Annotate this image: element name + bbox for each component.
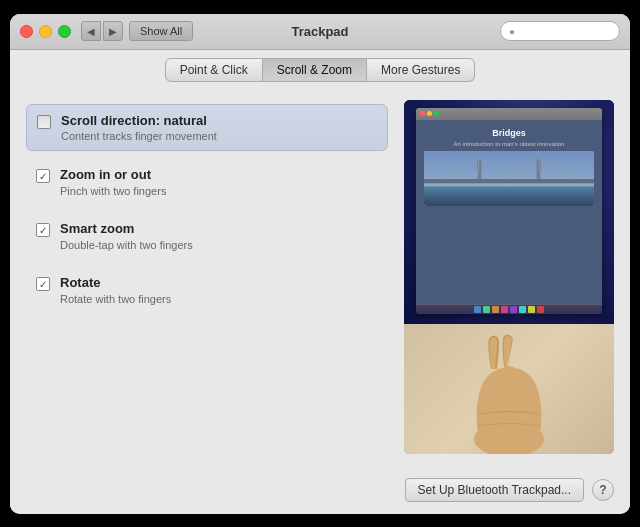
checkbox-rotate[interactable]: ✓: [36, 277, 50, 291]
option-zoom-title: Zoom in or out: [60, 167, 378, 184]
dock-icon: [483, 306, 490, 313]
sim-dot-green: [434, 111, 439, 116]
nav-forward-button[interactable]: ▶: [103, 21, 123, 41]
show-all-button[interactable]: Show All: [129, 21, 193, 41]
option-smart-zoom[interactable]: ✓ Smart zoom Double-tap with two fingers: [26, 213, 388, 259]
search-icon: ●: [509, 26, 515, 37]
help-button[interactable]: ?: [592, 479, 614, 501]
close-button[interactable]: [20, 25, 33, 38]
tab-scroll-zoom[interactable]: Scroll & Zoom: [263, 58, 367, 82]
svg-rect-2: [424, 179, 594, 183]
traffic-lights: [20, 25, 71, 38]
checkbox-zoom[interactable]: ✓: [36, 169, 50, 183]
option-smart-zoom-title: Smart zoom: [60, 221, 378, 238]
option-rotate[interactable]: ✓ Rotate Rotate with two fingers: [26, 267, 388, 313]
options-list: Scroll direction: natural Content tracks…: [26, 100, 388, 454]
bridge-image: [424, 151, 594, 206]
nav-arrows: ◀ ▶: [81, 21, 123, 41]
sim-dock: [416, 304, 602, 314]
window-title: Trackpad: [291, 24, 348, 39]
tab-more-gestures[interactable]: More Gestures: [367, 58, 475, 82]
tabbar: Point & Click Scroll & Zoom More Gesture…: [10, 50, 630, 92]
dock-icon: [474, 306, 481, 313]
maximize-button[interactable]: [58, 25, 71, 38]
search-box[interactable]: ●: [500, 21, 620, 41]
option-zoom-subtitle: Pinch with two fingers: [60, 185, 378, 197]
titlebar: ◀ ▶ Show All Trackpad ●: [10, 14, 630, 50]
preview-bottom: [404, 324, 614, 454]
dock-icon: [537, 306, 544, 313]
preview-top: Bridges An introduction to man's oldest …: [404, 100, 614, 324]
setup-bluetooth-button[interactable]: Set Up Bluetooth Trackpad...: [405, 478, 584, 502]
mac-screen-sim: Bridges An introduction to man's oldest …: [416, 108, 602, 314]
minimize-button[interactable]: [39, 25, 52, 38]
sim-dot-red: [420, 111, 425, 116]
sim-titlebar: [416, 108, 602, 120]
checkbox-scroll-direction[interactable]: [37, 115, 51, 129]
preview-panel: Bridges An introduction to man's oldest …: [404, 100, 614, 454]
bridge-svg: [424, 151, 594, 206]
option-rotate-subtitle: Rotate with two fingers: [60, 293, 378, 305]
tab-point-click[interactable]: Point & Click: [165, 58, 263, 82]
nav-back-button[interactable]: ◀: [81, 21, 101, 41]
footer: Set Up Bluetooth Trackpad... ?: [10, 470, 630, 514]
dock-icon: [501, 306, 508, 313]
checkbox-smart-zoom[interactable]: ✓: [36, 223, 50, 237]
option-rotate-title: Rotate: [60, 275, 378, 292]
svg-rect-1: [424, 186, 594, 206]
dock-icon: [519, 306, 526, 313]
dock-icon: [492, 306, 499, 313]
option-zoom[interactable]: ✓ Zoom in or out Pinch with two fingers: [26, 159, 388, 205]
sim-dot-yellow: [427, 111, 432, 116]
hand-gesture-svg: [449, 334, 569, 454]
dock-icon: [510, 306, 517, 313]
content-area: Scroll direction: natural Content tracks…: [10, 92, 630, 470]
slide-subtitle: An introduction to man's oldest innovati…: [454, 141, 565, 147]
option-smart-zoom-subtitle: Double-tap with two fingers: [60, 239, 378, 251]
option-scroll-direction-subtitle: Content tracks finger movement: [61, 130, 377, 142]
option-scroll-direction[interactable]: Scroll direction: natural Content tracks…: [26, 104, 388, 152]
main-window: ◀ ▶ Show All Trackpad ● Point & Click Sc…: [10, 14, 630, 514]
sim-content: Bridges An introduction to man's oldest …: [416, 120, 602, 304]
option-scroll-direction-title: Scroll direction: natural: [61, 113, 377, 130]
slide-title: Bridges: [492, 128, 526, 138]
dock-icon: [528, 306, 535, 313]
